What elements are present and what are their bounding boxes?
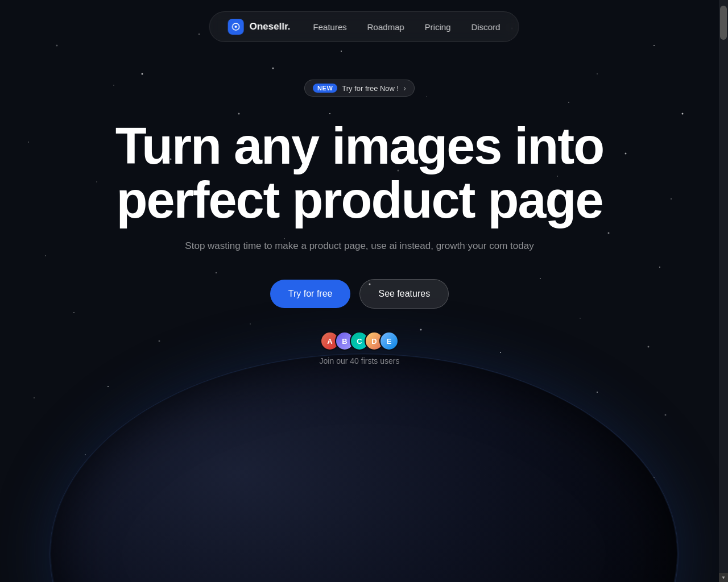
hero-title-line1: Turn any images into [115,118,603,174]
nav-roadmap[interactable]: Roadmap [367,22,404,32]
try-for-free-button[interactable]: Try for free [270,280,351,308]
planet-decoration [51,355,677,582]
scrollbar-thumb[interactable] [720,6,727,40]
logo-link[interactable]: Onesellr. [228,19,291,35]
badge-arrow: › [403,84,406,93]
navbar: Onesellr. Features Roadmap Pricing Disco… [209,11,519,42]
badge-label: New [313,84,337,93]
avatar-5: E [379,331,399,351]
cta-buttons: Try for free See features [270,279,449,309]
scrollbar-down-button[interactable]: ▼ [719,573,728,582]
hero-subtitle: Stop wasting time to make a product page… [185,240,533,252]
nav-links: Features Roadmap Pricing Discord [313,22,500,32]
hero-title-line2: perfect product page [116,172,602,228]
badge-text: Try for free Now ! [342,84,399,93]
scrollbar-track [719,0,728,582]
hero-section: New Try for free Now ! › Turn any images… [0,80,719,365]
nav-discord[interactable]: Discord [471,22,500,32]
social-proof: A B C D E Join our 40 firsts users [320,331,400,365]
logo-text: Onesellr. [250,21,291,32]
nav-features[interactable]: Features [313,22,346,32]
logo-icon [228,19,244,35]
see-features-button[interactable]: See features [359,279,449,309]
hero-title: Turn any images into perfect product pag… [115,119,603,227]
scrollbar[interactable]: ▲ ▼ [719,0,728,582]
svg-point-1 [235,26,237,28]
avatar-group: A B C D E [320,331,399,351]
new-badge[interactable]: New Try for free Now ! › [304,80,415,97]
join-text: Join our 40 firsts users [320,356,400,365]
nav-pricing[interactable]: Pricing [425,22,451,32]
